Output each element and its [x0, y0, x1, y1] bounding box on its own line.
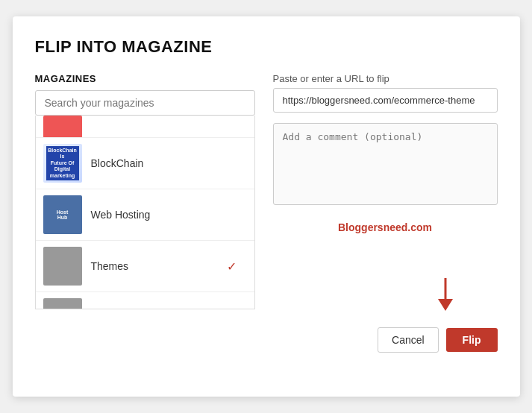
flip-into-magazine-modal: FLIP INTO MAGAZINE MAGAZINES BlockChain … [13, 16, 520, 397]
magazine-list-wrapper: BlockChain IsFuture OfDigitalmarketing B… [35, 116, 255, 309]
search-input[interactable] [35, 90, 255, 116]
magazine-thumbnail: HostHub [43, 195, 82, 234]
content-row: MAGAZINES BlockChain IsFuture OfDigitalm… [35, 73, 498, 309]
list-item[interactable]: Themes ✓ [36, 241, 254, 292]
list-item[interactable]: HostHub Web Hosting [36, 189, 254, 241]
url-input[interactable] [273, 88, 498, 113]
magazine-name: BlockChain [91, 157, 144, 169]
arrow-indicator [435, 278, 456, 314]
flip-button[interactable]: Flip [446, 328, 498, 352]
magazine-name: Web Hosting [91, 209, 151, 221]
down-arrow-icon [435, 278, 456, 311]
magazine-name: Themes [91, 260, 129, 272]
list-item[interactable]: BlockChain IsFuture OfDigitalmarketing B… [36, 138, 254, 189]
url-label: Paste or enter a URL to flip [273, 73, 498, 84]
selected-check-icon: ✓ [227, 259, 237, 274]
magazines-label: MAGAZINES [35, 73, 255, 84]
site-label: Bloggersneed.com [273, 221, 498, 233]
magazine-thumbnail [43, 247, 82, 286]
svg-marker-1 [438, 299, 453, 311]
list-item[interactable]: Best Reads [36, 292, 254, 309]
right-panel: Paste or enter a URL to flip Bloggersnee… [273, 73, 498, 309]
comment-textarea[interactable] [273, 123, 498, 205]
magazine-list[interactable]: BlockChain IsFuture OfDigitalmarketing B… [36, 116, 254, 309]
cancel-button[interactable]: Cancel [378, 327, 439, 353]
left-panel: MAGAZINES BlockChain IsFuture OfDigitalm… [35, 73, 255, 309]
magazine-thumbnail: BlockChain IsFuture OfDigitalmarketing [43, 144, 82, 183]
url-section: Paste or enter a URL to flip [273, 73, 498, 113]
modal-title: FLIP INTO MAGAZINE [35, 37, 498, 57]
partial-magazine-item[interactable] [36, 116, 254, 138]
comment-section [273, 123, 498, 208]
magazine-thumbnail [43, 298, 82, 309]
partial-thumb [43, 116, 82, 138]
footer: Cancel Flip [35, 327, 498, 353]
